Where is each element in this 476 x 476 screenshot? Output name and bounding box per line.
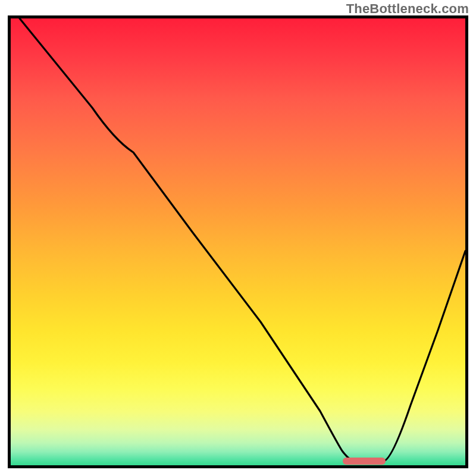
bottleneck-curve-path [20,18,465,461]
bottleneck-curve-svg [11,18,465,465]
plot-area [8,15,468,468]
watermark-text: TheBottleneck.com [346,1,469,17]
optimal-range-marker [343,458,386,465]
